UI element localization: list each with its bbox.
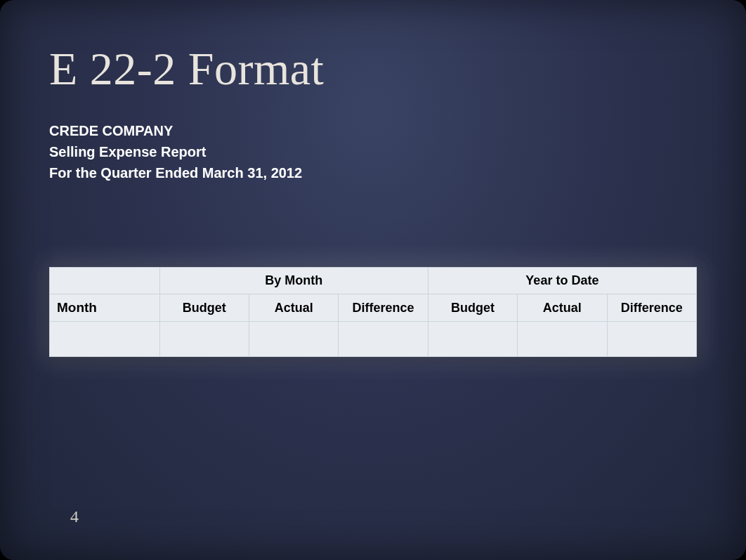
report-header: CREDE COMPANY Selling Expense Report For… [49,121,697,183]
cell [428,322,517,357]
company-name: CREDE COMPANY [49,121,697,141]
header-month: Month [50,294,160,322]
header-budget-ytd: Budget [428,294,517,322]
header-budget-month: Budget [159,294,249,322]
cell [50,322,160,357]
page-number: 4 [70,507,79,526]
header-diff-month: Difference [339,294,428,322]
cell [607,322,696,357]
cell [159,322,249,357]
slide: E 22-2 Format CREDE COMPANY Selling Expe… [0,0,746,560]
report-table: By Month Year to Date Month Budget Actua… [49,267,697,357]
header-blank [50,268,160,294]
table-header-row-cols: Month Budget Actual Difference Budget Ac… [50,294,697,322]
header-group-by-month: By Month [159,268,428,294]
slide-title: E 22-2 Format [49,42,697,96]
header-actual-month: Actual [249,294,339,322]
cell [339,322,428,357]
report-period: For the Quarter Ended March 31, 2012 [49,163,697,183]
report-table-wrap: By Month Year to Date Month Budget Actua… [49,267,697,357]
cell [518,322,607,357]
cell [249,322,339,357]
header-actual-ytd: Actual [518,294,607,322]
table-header-row-groups: By Month Year to Date [50,268,697,294]
report-name: Selling Expense Report [49,142,697,162]
header-diff-ytd: Difference [607,294,696,322]
header-group-ytd: Year to Date [428,268,696,294]
table-row [50,322,697,357]
